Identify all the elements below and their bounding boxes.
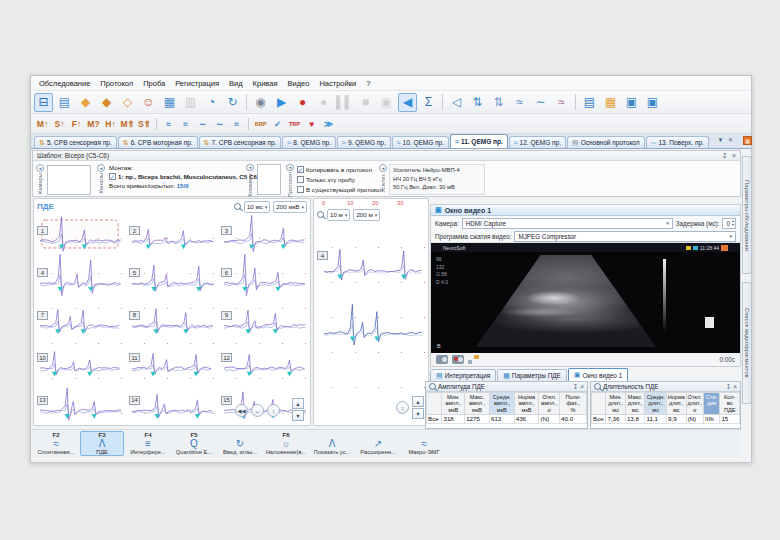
camera-preview-box[interactable]: [47, 165, 91, 195]
mup-trace[interactable]: [132, 394, 213, 417]
mode-button-Спонтанная...[interactable]: F2≈Спонтанная...: [34, 431, 78, 456]
menu-item-?[interactable]: ?: [361, 79, 375, 88]
search-icon[interactable]: [594, 383, 601, 390]
zoom-icon[interactable]: [317, 211, 324, 218]
tab-close-icon[interactable]: ×: [726, 136, 735, 143]
s-response-icon[interactable]: S↑: [52, 116, 67, 131]
trace-number-box[interactable]: 13: [37, 396, 48, 405]
trace-number-box[interactable]: 10: [37, 353, 48, 362]
mup-trace[interactable]: [40, 352, 120, 376]
mode-button-Введ. иглы...[interactable]: ↻Введ. иглы...: [218, 431, 262, 456]
side-tab-Список видеофрагментов[interactable]: Список видеофрагментов: [742, 282, 752, 404]
import-exam-icon[interactable]: ◇: [118, 93, 137, 112]
trace-number-box[interactable]: 7: [37, 311, 48, 320]
h-reflex-icon[interactable]: Н↑: [103, 116, 118, 131]
export-frames-icon[interactable]: [468, 355, 479, 364]
checkbox-icon[interactable]: [297, 186, 304, 193]
protocol-tree-icon[interactable]: ⊟: [34, 93, 53, 112]
heart-icon[interactable]: ♥: [304, 116, 319, 131]
mup-trace[interactable]: [132, 354, 211, 375]
trigger-marker-icon[interactable]: [275, 287, 280, 292]
sync-icon[interactable]: ↻: [223, 93, 242, 112]
copy-icon[interactable]: ▤: [580, 93, 599, 112]
trigger-marker-icon[interactable]: [87, 372, 92, 377]
exam-tab-10. QEMG пр.[interactable]: ≈10. QEMG пр.: [392, 136, 449, 148]
exam-tab-6. СРВ моторная пр.[interactable]: ⇅6. СРВ моторная пр.: [118, 136, 198, 148]
new-exam-icon[interactable]: ▤: [55, 93, 74, 112]
trace-number-box[interactable]: 11: [129, 353, 140, 362]
bottom-tab-Окно видео 1[interactable]: ▣Окно видео 1: [568, 368, 628, 381]
trigger-marker-icon[interactable]: [195, 414, 200, 419]
collapse-icon[interactable]: ◂: [286, 164, 294, 171]
mode-button-ПДЕ[interactable]: F3ΛПДЕ: [80, 431, 124, 456]
mup-trace[interactable]: [40, 388, 121, 420]
exam-tab-13. Поверх. пр.[interactable]: ∼13. Поверх. пр.: [646, 136, 709, 148]
trigger-marker-icon[interactable]: [281, 245, 286, 250]
sort-desc-icon[interactable]: ⇅: [489, 93, 508, 112]
fit-vertical-button[interactable]: ↕: [396, 401, 409, 414]
collapse-icon[interactable]: ◂: [97, 164, 105, 172]
trigger-marker-icon[interactable]: [146, 245, 151, 250]
side-tab-Параметры обследования[interactable]: Параметры обследования: [742, 156, 752, 274]
collapse-icon[interactable]: ◂: [246, 164, 254, 171]
codec-select[interactable]: MJPEG Compressor ▾: [514, 231, 736, 242]
mup-trace[interactable]: [40, 310, 119, 333]
schedule-icon[interactable]: ◔: [202, 93, 221, 112]
check-wave-icon[interactable]: ✓: [270, 116, 285, 131]
mode-button-Макро-ЭМГ[interactable]: ≈Макро-ЭМГ: [402, 431, 446, 456]
mup-trace-grid[interactable]: 123456789101112131415: [34, 214, 310, 425]
table-row[interactable]: Все3181275613436(N)40.0: [427, 414, 587, 423]
mode-button-Наложение(в...[interactable]: F6☼Наложение(в...: [264, 431, 308, 456]
report-icon[interactable]: ▦: [160, 93, 179, 112]
record-icon[interactable]: ●: [293, 93, 312, 112]
webcam-icon[interactable]: ◉: [251, 93, 270, 112]
patient-card-icon[interactable]: ☺: [139, 93, 158, 112]
mode-button-Quantitive E...[interactable]: F5QQuantitive E...: [172, 431, 216, 456]
open-exam-icon[interactable]: ◆: [76, 93, 95, 112]
fit-horizontal-button[interactable]: ↔: [251, 404, 264, 417]
ultrasound-video-view[interactable]: NeuroSoft 11:28:44 96132G 58D 4.0 B: [431, 243, 740, 353]
close-icon[interactable]: ×: [580, 383, 584, 390]
exam-tab-9. QEMG пр.[interactable]: ≈9. QEMG пр.: [337, 136, 391, 148]
table-row[interactable]: Все7,3613,811,19,9(N)IIIb15: [592, 414, 740, 423]
mup-trace[interactable]: [132, 309, 213, 333]
close-icon[interactable]: ×: [733, 383, 737, 390]
trace-number-box[interactable]: 1: [37, 226, 48, 235]
menu-item-Кривая[interactable]: Кривая: [248, 79, 283, 88]
gain-select[interactable]: 200 мкВ▾: [273, 201, 307, 213]
menu-item-Проба[interactable]: Проба: [138, 79, 170, 88]
fit-vertical-button[interactable]: ↕: [267, 404, 280, 417]
menu-item-Регистрация[interactable]: Регистрация: [170, 79, 224, 88]
curve-tool-c-icon[interactable]: ≈: [552, 93, 571, 112]
exam-tab-12. QEMG пр.[interactable]: ≈12. QEMG пр.: [509, 136, 566, 148]
wave-analyze-icon[interactable]: ≈: [178, 116, 193, 131]
page-prev-button[interactable]: ◀◀: [235, 404, 248, 417]
mup-trace[interactable]: [224, 215, 304, 251]
trp-icon[interactable]: TRP: [287, 116, 302, 131]
protocol-option[interactable]: В существующий протокол: [297, 184, 379, 194]
collapse-icon[interactable]: ◂: [379, 164, 387, 172]
m2-response-icon[interactable]: М⇑: [120, 116, 135, 131]
menu-item-Обследование[interactable]: Обследование: [34, 79, 95, 88]
record-video-icon[interactable]: [452, 355, 464, 364]
video-window-titlebar[interactable]: ▣ Окно видео 1: [431, 205, 740, 216]
pin-icon[interactable]: ↧: [573, 383, 578, 391]
exam-tab-Основной протокол[interactable]: ▤Основной протокол: [567, 136, 645, 148]
paste-icon[interactable]: ▦: [601, 93, 620, 112]
cameras-section-collapse[interactable]: ◂ Камеры: [36, 164, 44, 196]
exam-tab-7. СРВ сенсорная пр.[interactable]: ⇅7. СРВ сенсорная пр.: [199, 136, 282, 148]
trace-number-box[interactable]: 9: [221, 311, 232, 320]
wave-up-icon[interactable]: ∼: [195, 116, 210, 131]
comment-section-collapse[interactable]: ◂ Коммент.: [246, 164, 254, 196]
sound-icon[interactable]: ◀: [398, 93, 417, 112]
menu-item-Протокол[interactable]: Протокол: [95, 79, 138, 88]
mup-trace[interactable]: [224, 310, 305, 332]
camera-select[interactable]: HDMI Capture ▾: [462, 218, 673, 229]
curve-tool-a-icon[interactable]: ≈: [510, 93, 529, 112]
sweep-select[interactable]: 10 мс▾: [244, 201, 270, 213]
checkbox-checked-icon[interactable]: ✓: [109, 173, 116, 180]
brp-icon[interactable]: BRP: [253, 116, 268, 131]
m-response-icon[interactable]: М↑: [35, 116, 50, 131]
mup-trace[interactable]: [40, 254, 121, 295]
montage-item[interactable]: ✓ 1: пр., Biceps brachii, Musculocutaneu…: [109, 171, 242, 181]
